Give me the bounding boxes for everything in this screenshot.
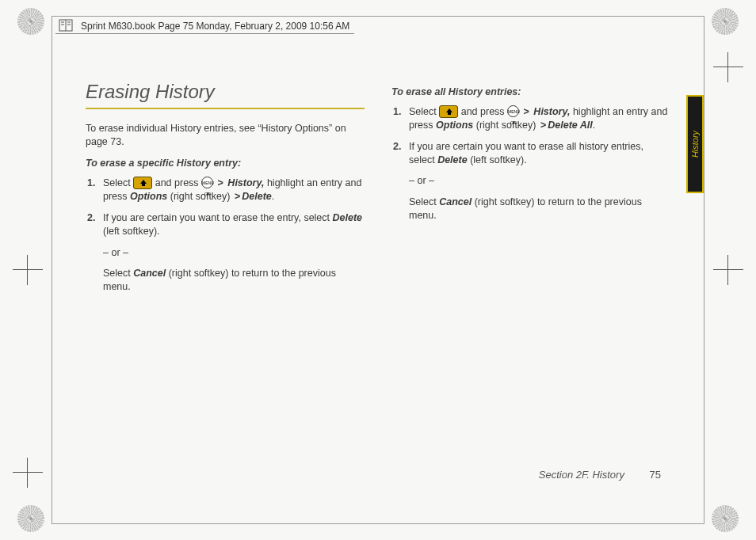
book-icon — [58, 17, 74, 33]
step-text: (right softkey) — [476, 120, 539, 131]
step-2: 2. If you are certain you want to erase … — [86, 211, 365, 238]
step-text: Select — [103, 177, 133, 188]
crop-mark-top-right — [712, 8, 739, 35]
delete-label: Delete — [333, 212, 363, 223]
step-1: 1. Select and press MENU OK History, hig… — [391, 105, 670, 132]
delete-label: Delete — [437, 154, 468, 165]
home-key-icon — [133, 177, 152, 189]
crop-mark-side-right — [718, 260, 739, 280]
step-number: 2. — [393, 140, 401, 154]
breadcrumb-sep-icon — [522, 106, 531, 117]
options-label: Options — [436, 120, 473, 131]
step-text: and press — [155, 177, 201, 188]
step-text: Select — [409, 196, 439, 207]
step-text: . — [593, 120, 595, 131]
cancel-label: Cancel — [133, 268, 166, 279]
menu-ok-key-icon: MENU OK — [507, 105, 519, 117]
step-text: (left softkey). — [103, 226, 160, 237]
right-column: To erase all History entries: 1. Select … — [391, 79, 670, 477]
alt-step: Select Cancel (right softkey) to return … — [391, 196, 670, 222]
history-label: History, — [533, 106, 570, 117]
step-text: Select — [409, 106, 439, 117]
subhead-all: To erase all History entries: — [391, 86, 670, 99]
or-separator: – or – — [391, 174, 670, 188]
section-side-tab-label: History — [690, 131, 700, 158]
section-side-tab: History — [686, 95, 704, 193]
breadcrumb-sep-icon — [539, 120, 548, 131]
step-number: 2. — [87, 211, 95, 225]
footer-page-number: 75 — [650, 469, 661, 481]
left-column: Erasing History To erase individual Hist… — [86, 79, 365, 477]
alt-step: Select Cancel (right softkey) to return … — [86, 267, 365, 294]
breadcrumb-sep-icon — [216, 177, 225, 188]
footer-section: Section 2F. History — [539, 469, 624, 481]
or-separator: – or – — [86, 246, 365, 260]
crop-mark-side-left — [17, 260, 38, 280]
crop-mark-side-bottom — [17, 462, 38, 483]
framemaker-header: Sprint M630.book Page 75 Monday, Februar… — [55, 21, 354, 34]
step-number: 1. — [87, 177, 95, 190]
breadcrumb-sep-icon — [233, 191, 242, 202]
menu-ok-key-icon: MENU OK — [201, 177, 213, 188]
home-key-icon — [439, 105, 458, 118]
options-label: Options — [130, 191, 167, 202]
step-2: 2. If you are certain you want to erase … — [391, 140, 670, 167]
crop-mark-bottom-left — [17, 505, 44, 532]
crop-mark-top-left — [17, 8, 44, 35]
delete-all-label: Delete All — [548, 120, 593, 131]
cancel-label: Cancel — [439, 196, 472, 207]
subhead-specific: To erase a specific History entry: — [86, 157, 365, 170]
page-content: Erasing History To erase individual Hist… — [86, 79, 670, 477]
step-text: Select — [103, 268, 133, 279]
steps-specific: 1. Select and press MENU OK History, hig… — [86, 177, 365, 238]
history-label: History, — [227, 177, 264, 188]
step-1: 1. Select and press MENU OK History, hig… — [86, 177, 365, 203]
steps-all: 1. Select and press MENU OK History, hig… — [391, 105, 670, 167]
crop-mark-bottom-right — [712, 505, 739, 532]
step-text: (left softkey). — [468, 154, 527, 165]
framemaker-header-text: Sprint M630.book Page 75 Monday, Februar… — [81, 21, 349, 32]
step-number: 1. — [393, 105, 401, 119]
step-text: (right softkey) — [170, 191, 233, 202]
step-text: If you are certain you want to erase the… — [103, 212, 333, 223]
crop-mark-side-top — [718, 57, 739, 78]
delete-label: Delete — [242, 191, 272, 202]
step-text: . — [272, 191, 274, 202]
intro-text: To erase individual History entries, see… — [86, 122, 365, 149]
step-text: and press — [461, 106, 507, 117]
section-title: Erasing History — [86, 79, 365, 109]
page-footer: Section 2F. History 75 — [539, 469, 661, 481]
